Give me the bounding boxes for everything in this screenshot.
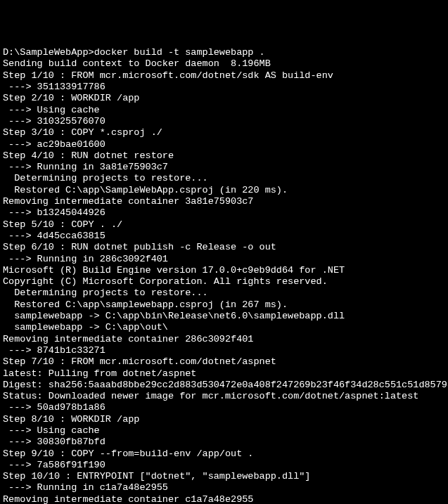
output-line: Step 4/10 : RUN dotnet restore bbox=[3, 150, 445, 162]
prompt-line[interactable]: D:\SampleWebApp>docker build -t samplewe… bbox=[3, 47, 445, 58]
output-line: Restored C:\app\samplewebapp.csproj (in … bbox=[3, 299, 445, 311]
output-line: ---> Using cache bbox=[3, 105, 445, 116]
output-line: Step 2/10 : WORKDIR /app bbox=[3, 93, 445, 104]
output-line: Removing intermediate container 3a81e759… bbox=[3, 196, 445, 207]
output-line: Removing intermediate container 286c3092… bbox=[3, 334, 445, 345]
output-line: Digest: sha256:5aaabd8bbe29cc2d883d53047… bbox=[3, 380, 445, 391]
output-line: Step 10/10 : ENTRYPOINT ["dotnet", "samp… bbox=[3, 471, 445, 482]
prompt-command: docker build -t samplewebapp . bbox=[94, 47, 265, 58]
prompt-path: D:\SampleWebApp> bbox=[3, 47, 94, 58]
output-line: samplewebapp -> C:\app\out\ bbox=[3, 322, 445, 333]
output-line: Step 7/10 : FROM mcr.microsoft.com/dotne… bbox=[3, 356, 445, 368]
output-line: ---> 30830fb87bfd bbox=[3, 437, 445, 448]
output-line: Status: Downloaded newer image for mcr.m… bbox=[3, 391, 445, 402]
output-line: Step 5/10 : COPY . ./ bbox=[3, 219, 445, 231]
output-line: Copyright (C) Microsoft Corporation. All… bbox=[3, 276, 445, 287]
output-line: Step 8/10 : WORKDIR /app bbox=[3, 414, 445, 425]
output-line: ---> 310325576070 bbox=[3, 116, 445, 127]
output-line: ---> Running in 3a81e75903c7 bbox=[3, 162, 445, 173]
output-line: Sending build context to Docker daemon 8… bbox=[3, 58, 445, 70]
output-line: Step 1/10 : FROM mcr.microsoft.com/dotne… bbox=[3, 70, 445, 82]
output-line: samplewebapp -> C:\app\bin\Release\net6.… bbox=[3, 311, 445, 322]
output-line: Restored C:\app\SampleWebApp.csproj (in … bbox=[3, 185, 445, 196]
output-line: Determining projects to restore... bbox=[3, 287, 445, 299]
output-line: ---> 50ad978b1a86 bbox=[3, 402, 445, 413]
output-line: ---> 8741b1c33271 bbox=[3, 345, 445, 356]
output-line: latest: Pulling from dotnet/aspnet bbox=[3, 368, 445, 380]
output-line: Step 6/10 : RUN dotnet publish -c Releas… bbox=[3, 242, 445, 253]
output-line: ---> Running in 286c3092f401 bbox=[3, 254, 445, 265]
output-line: ---> 4d45cca63815 bbox=[3, 231, 445, 242]
output-line: ---> 351133917786 bbox=[3, 82, 445, 93]
output-line: Determining projects to restore... bbox=[3, 173, 445, 184]
output-line: ---> Using cache bbox=[3, 425, 445, 437]
output-line: Step 9/10 : COPY --from=build-env /app/o… bbox=[3, 448, 445, 460]
output-line: ---> ac29bae01600 bbox=[3, 139, 445, 150]
output-line: Step 3/10 : COPY *.csproj ./ bbox=[3, 127, 445, 138]
output-line: ---> Running in c1a7a48e2955 bbox=[3, 482, 445, 493]
output-line: ---> 7a586f91f190 bbox=[3, 460, 445, 471]
output-line: Microsoft (R) Build Engine version 17.0.… bbox=[3, 265, 445, 276]
output-line: ---> b13245044926 bbox=[3, 207, 445, 219]
output-line: Removing intermediate container c1a7a48e… bbox=[3, 494, 445, 504]
